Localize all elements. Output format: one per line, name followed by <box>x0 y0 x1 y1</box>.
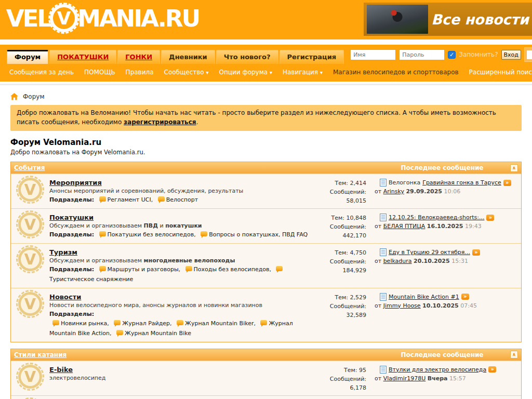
last-post-link[interactable]: 12.10.25: Велокраевед-shorts:... <box>389 214 484 221</box>
subforum-list: Подразделы: Маршруты и разговоры, Походы… <box>49 265 312 284</box>
chevron-down-icon: ▾ <box>206 70 208 75</box>
logo-text-post: MANIA.RU <box>77 5 199 32</box>
search-input[interactable] <box>526 50 532 60</box>
last-post-column-header: Последнее сообщение <box>374 351 510 358</box>
goto-last-post-icon[interactable]: » <box>503 180 511 186</box>
tab-dnevniki[interactable]: Дневники <box>161 50 215 64</box>
forum-row-ebike: V E-bike электровелосипед Тем: 95 Сообще… <box>11 361 521 395</box>
comment-bubble-icon <box>201 231 207 236</box>
remember-checkbox[interactable]: ✓ <box>448 51 456 59</box>
forum-description: Анонсы мероприятий и соревнований, обсуж… <box>49 187 312 195</box>
post-date: 10.10.2025 <box>422 302 459 309</box>
forum-row-novosti: V Новости Новости велосипедного мира, ан… <box>11 288 521 342</box>
user-link[interactable]: Arinsky <box>383 188 404 195</box>
subforum-link[interactable]: Журнал Райдер <box>122 320 170 327</box>
last-post-link[interactable]: Mountain Bike Action #1 <box>389 294 459 300</box>
breadcrumb-forum[interactable]: Форум <box>23 93 44 100</box>
forum-link[interactable]: E-bike <box>49 366 73 374</box>
tab-whats-new[interactable]: Что нового? <box>216 50 278 64</box>
site-header: VEL V MANIA.RU Все новости <box>0 0 532 39</box>
subforum-link[interactable]: Регламент UCI <box>108 196 151 203</box>
forum-link[interactable]: Туризм <box>49 248 77 256</box>
subforum-link[interactable]: Журнал Mountain Biker <box>185 320 254 327</box>
subforum-link[interactable]: Маршруты и разговоры <box>108 266 179 273</box>
forum-gear-icon: V <box>16 291 44 339</box>
goto-last-post-icon[interactable]: » <box>486 215 494 221</box>
subforum-link[interactable]: Журнал Mountain Bike <box>125 330 191 337</box>
forum-stats: Тем: 4,750 Сообщений: 184,929 <box>312 247 366 284</box>
forum-description: Обсуждаем и организовываем многодневные … <box>49 257 312 265</box>
subforum-link[interactable]: Походы без велосипедов <box>194 266 270 273</box>
gear-icon: V <box>50 4 78 32</box>
last-post: 12.10.25: Велокраевед-shorts:... » от БЕ… <box>366 212 517 240</box>
post-time: 15:31 <box>451 258 468 264</box>
collapse-icon[interactable]: ∧ <box>510 164 518 172</box>
tab-forum[interactable]: Форум <box>7 50 48 64</box>
post-date: 29.09.2025 <box>406 188 442 195</box>
welcome-notice: Добро пожаловать на Веломанию! Чтобы нач… <box>10 105 522 131</box>
register-link[interactable]: зарегистрироваться <box>124 118 196 126</box>
submenu-bar: Сообщения за день ПОМОЩЬ Правила Сообщес… <box>5 64 527 82</box>
thread-icon <box>380 366 387 374</box>
subforum-link[interactable]: Новинки рынка <box>61 320 107 327</box>
user-link[interactable]: Vladimir1978U <box>383 375 426 382</box>
last-post-link[interactable]: Гравийная гонка в Тарусе <box>422 179 501 186</box>
subforums-label: Подразделы: <box>49 310 312 320</box>
comment-bubble-icon <box>185 266 192 271</box>
username-input[interactable] <box>350 49 396 60</box>
password-input[interactable] <box>399 49 445 60</box>
forum-link[interactable]: Мероприятия <box>49 179 102 187</box>
forum-category-events: События Последнее сообщение ∧ V Мероприя… <box>10 162 522 342</box>
category-title[interactable]: События <box>14 164 45 171</box>
user-link[interactable]: belkadura <box>383 258 412 264</box>
home-icon[interactable] <box>10 93 18 100</box>
thread-icon <box>380 248 387 256</box>
category-title[interactable]: Стили катания <box>14 351 66 358</box>
subforum-link[interactable]: Покатушки без велосипедов <box>108 231 194 238</box>
category-header: События Последнее сообщение ∧ <box>11 162 521 174</box>
menu-community[interactable]: Сообщество ▾ <box>164 69 209 76</box>
comment-bubble-icon <box>99 196 106 202</box>
user-link[interactable]: БЕЛАЯ ПТИЦА <box>383 223 425 230</box>
forum-gear-icon: V <box>16 212 44 240</box>
site-logo[interactable]: VEL V MANIA.RU <box>6 4 199 32</box>
forum-gear-icon: V <box>16 177 44 205</box>
tab-registration[interactable]: Регистрация <box>280 50 344 64</box>
collapse-icon[interactable]: ∧ <box>510 351 518 358</box>
forum-stats: Тем: 95 Сообщений: 6,178 <box>312 364 366 392</box>
forum-link[interactable]: Покатушки <box>49 214 94 221</box>
last-post-link[interactable]: Еду в Турцию 29 октября... <box>389 249 470 256</box>
comment-bubble-icon <box>177 320 183 325</box>
goto-last-post-icon[interactable]: » <box>488 366 496 373</box>
menu-forum-options[interactable]: Опции форума ▾ <box>219 69 272 76</box>
post-time: 10:06 <box>444 188 461 195</box>
menu-navigation[interactable]: Навигация ▾ <box>283 69 323 76</box>
news-banner[interactable]: Все новости <box>364 3 532 36</box>
tab-gonki[interactable]: ГОНКИ <box>117 50 160 64</box>
last-post: Втулки для электро велосипеда » от Vladi… <box>366 364 517 392</box>
login-button[interactable]: Вход <box>501 50 521 60</box>
subforum-link[interactable]: Велоспорт <box>166 196 198 203</box>
forum-link[interactable]: Новости <box>49 293 81 301</box>
menu-help[interactable]: ПОМОЩЬ <box>84 69 115 76</box>
last-post-link[interactable]: Втулки для электро велосипеда <box>389 366 486 373</box>
subforum-list: Подразделы: Регламент UCI, Велоспорт <box>49 195 312 205</box>
tab-bar: Форум ПОКАТУШКИ ГОНКИ Дневники Что новог… <box>5 45 527 64</box>
main-navigation: Форум ПОКАТУШКИ ГОНКИ Дневники Что новог… <box>0 45 532 82</box>
page-subtitle: Добро пожаловать на Форум Velomania.ru. <box>10 149 522 156</box>
menu-bike-shop[interactable]: Магазин велосипедов и спорттоваров <box>333 69 459 76</box>
subforum-list: Подразделы: Покатушки без велосипедов, В… <box>49 230 312 240</box>
tab-pokatushki[interactable]: ПОКАТУШКИ <box>49 50 116 64</box>
user-link[interactable]: Jimmy Hoose <box>383 302 421 309</box>
menu-rules[interactable]: Правила <box>126 69 154 76</box>
advanced-search-link[interactable]: Расширенный поиск <box>469 69 532 76</box>
forum-stats: Тем: 2,414 Сообщений: 58,015 <box>312 177 366 205</box>
comment-bubble-icon <box>276 266 283 271</box>
subforum-link[interactable]: Вопросы о покатушках, ПВД FAQ <box>209 231 308 238</box>
post-date: Вчера <box>428 375 448 382</box>
goto-last-post-icon[interactable]: » <box>461 294 469 300</box>
menu-daily-posts[interactable]: Сообщения за день <box>9 69 74 76</box>
forum-row-meropriyatiya: V Мероприятия Анонсы мероприятий и сорев… <box>11 174 521 208</box>
subforum-link[interactable]: Туристическое снаряжение <box>49 276 133 283</box>
goto-last-post-icon[interactable]: » <box>472 249 480 256</box>
